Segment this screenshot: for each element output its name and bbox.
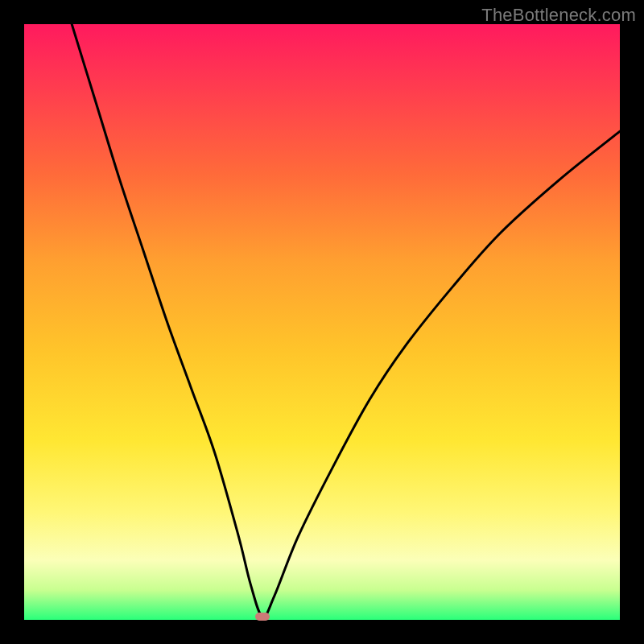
bottleneck-curve bbox=[24, 24, 620, 620]
plot-area bbox=[24, 24, 620, 620]
chart-frame: TheBottleneck.com bbox=[0, 0, 644, 644]
minimum-marker bbox=[255, 613, 270, 621]
watermark-text: TheBottleneck.com bbox=[481, 5, 636, 26]
